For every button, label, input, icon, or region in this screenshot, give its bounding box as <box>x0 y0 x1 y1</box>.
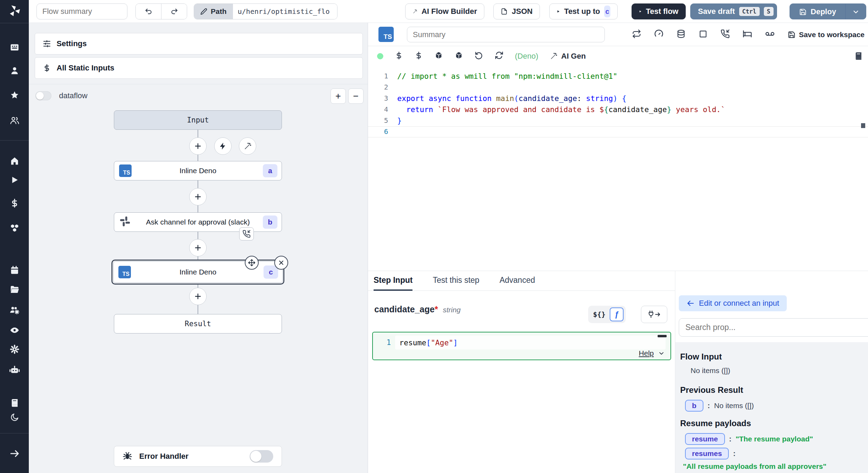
code-lines: 1// import * as wmill from "npm:windmill… <box>368 71 868 137</box>
field-type: string <box>443 306 460 314</box>
test-flow-button[interactable]: Test flow <box>632 3 686 19</box>
zoom-out-button[interactable]: − <box>348 88 364 104</box>
sleep-bed-icon[interactable] <box>743 29 752 40</box>
search-prop-input[interactable] <box>679 318 868 337</box>
error-handler-toggle[interactable] <box>250 450 273 463</box>
connect-input-button[interactable] <box>641 306 667 323</box>
insert-step-button[interactable] <box>189 188 207 205</box>
json-button[interactable]: JSON <box>493 3 540 19</box>
groups-users-cog-icon[interactable] <box>9 305 19 316</box>
flow-node-b[interactable]: Ask channel for approval (slack) b <box>114 212 282 232</box>
app-sidebar <box>0 0 29 473</box>
script-docs-book-icon[interactable] <box>854 46 863 66</box>
prop-badge[interactable]: resumes <box>685 448 729 459</box>
schedules-calendar-icon[interactable] <box>10 265 19 276</box>
cache-database-icon[interactable] <box>676 29 686 40</box>
test-up-to-button[interactable]: Test up to c <box>549 3 618 19</box>
static-mode-button[interactable]: ${} <box>590 310 608 319</box>
path-input[interactable] <box>233 4 337 19</box>
path-button[interactable]: Path <box>194 4 233 19</box>
audit-eye-icon[interactable] <box>9 325 19 337</box>
overview-ruler-mark <box>861 123 865 128</box>
code-line[interactable]: 5} <box>368 115 868 126</box>
prop-badge[interactable]: b <box>685 400 703 412</box>
step-summary-input[interactable] <box>407 27 605 42</box>
undo-button[interactable] <box>136 4 161 19</box>
typescript-icon: TS <box>118 266 131 278</box>
error-handler-node[interactable]: Error Handler <box>114 446 282 467</box>
variables-dollar-icon[interactable] <box>10 199 19 209</box>
vars-dollar-icon[interactable] <box>415 51 423 61</box>
insert-step-button[interactable] <box>189 137 207 155</box>
tab-test-this-step[interactable]: Test this step <box>433 271 479 291</box>
zoom-in-button[interactable]: + <box>331 88 346 104</box>
folders-icon[interactable] <box>10 285 19 296</box>
code-line[interactable]: 1// import * as wmill from "npm:windmill… <box>368 71 868 82</box>
users-icon[interactable] <box>10 116 19 127</box>
prop-badge[interactable]: resume <box>685 433 725 445</box>
test-up-to-step-badge: c <box>604 6 610 17</box>
insert-step-button[interactable] <box>189 239 207 256</box>
expr-code[interactable]: resume["Age"] <box>395 336 666 349</box>
package-icon[interactable] <box>454 51 463 61</box>
flow-summary-input[interactable] <box>36 3 127 19</box>
resume-payloads-title: Resume payloads <box>680 419 868 428</box>
docs-book-icon[interactable] <box>10 398 19 409</box>
deploy-dropdown-button[interactable] <box>846 4 866 19</box>
save-to-workspace-button[interactable]: Save to workspace <box>788 31 865 39</box>
windmill-logo-icon[interactable] <box>8 4 21 19</box>
move-node-handle[interactable] <box>245 256 259 270</box>
dataflow-toggle[interactable] <box>35 91 51 100</box>
expr-mode-button[interactable]: ƒ <box>610 307 624 321</box>
expr-help[interactable]: Help <box>639 349 665 357</box>
apps-icon[interactable] <box>10 43 19 53</box>
expr-editor[interactable]: 1 resume["Age"] Help <box>372 332 671 360</box>
expand-arrow-right-icon[interactable] <box>9 448 20 460</box>
suspend-phone-icon[interactable] <box>720 29 730 40</box>
package-icon[interactable] <box>434 51 443 61</box>
save-draft-button[interactable]: Save draft Ctrl S <box>690 3 777 19</box>
deploy-button[interactable]: Deploy <box>790 4 845 19</box>
previous-result-title: Previous Result <box>680 385 868 395</box>
runs-play-icon[interactable] <box>10 175 19 186</box>
flow-node-a[interactable]: TS Inline Deno a <box>114 161 282 180</box>
all-static-inputs-button[interactable]: All Static Inputs <box>35 57 363 79</box>
redo-button[interactable] <box>161 4 187 19</box>
ai-insert-button[interactable] <box>239 137 256 155</box>
tab-step-input[interactable]: Step Input <box>374 271 412 291</box>
user-icon[interactable] <box>10 66 19 77</box>
flow-result-node[interactable]: Result <box>114 314 282 333</box>
flow-settings-button[interactable]: Settings <box>35 33 363 54</box>
star-icon[interactable] <box>10 91 19 101</box>
ai-flow-builder-button[interactable]: AI Flow Builder <box>405 3 484 19</box>
timeout-square-icon[interactable] <box>699 29 708 40</box>
reset-rotate-ccw-icon[interactable] <box>475 51 483 61</box>
assets-dollar-icon[interactable] <box>395 51 403 61</box>
deno-runtime-label[interactable]: (Deno) <box>515 52 538 61</box>
windmill-flow-editor: Path AI Flow Builder JSON Test up to c T… <box>0 0 868 473</box>
required-mark: * <box>435 304 438 314</box>
settings-gear-icon[interactable] <box>9 344 19 356</box>
reload-refresh-icon[interactable] <box>495 51 503 61</box>
code-editor[interactable]: 1// import * as wmill from "npm:windmill… <box>368 66 868 271</box>
tab-advanced[interactable]: Advanced <box>500 271 535 291</box>
home-icon[interactable] <box>10 156 19 167</box>
wand-icon <box>550 52 558 60</box>
delete-node-button[interactable] <box>274 256 288 270</box>
flow-input-node[interactable]: Input <box>114 110 282 130</box>
insert-trigger-button[interactable] <box>214 137 232 155</box>
edit-or-connect-button[interactable]: Edit or connect an input <box>679 295 787 311</box>
code-line[interactable]: 2 <box>368 82 868 93</box>
flow-graph-panel: Settings All Static Inputs dataflow + − … <box>29 23 368 473</box>
code-line[interactable]: 4 return `Flow was approved and candidat… <box>368 104 868 115</box>
code-line[interactable]: 3export async function main(candidate_ag… <box>368 93 868 104</box>
code-line[interactable]: 6 <box>368 126 868 137</box>
concurrency-gauge-icon[interactable] <box>654 29 663 40</box>
mock-voicemail-icon[interactable] <box>765 29 775 40</box>
retries-repeat-icon[interactable] <box>632 29 641 40</box>
resources-boxes-icon[interactable] <box>10 223 19 234</box>
ai-gen-button[interactable]: AI Gen <box>550 52 586 61</box>
dark-mode-moon-icon[interactable] <box>10 413 19 423</box>
workers-bot-icon[interactable] <box>9 365 20 377</box>
insert-step-button[interactable] <box>189 288 207 305</box>
